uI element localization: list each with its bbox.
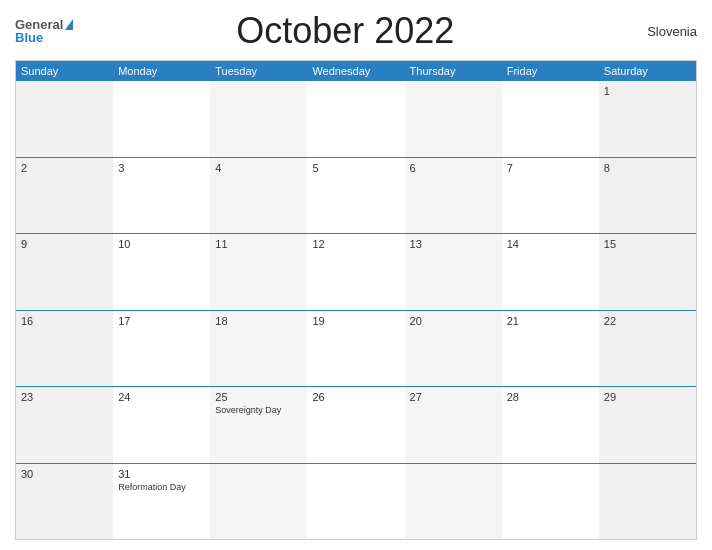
weeks-container: 1 2 3 4 5 6	[16, 81, 696, 539]
day-cell	[599, 464, 696, 540]
day-cell: 2	[16, 158, 113, 234]
day-cell: 1	[599, 81, 696, 157]
country-label: Slovenia	[617, 24, 697, 39]
day-cell	[405, 81, 502, 157]
day-headers-row: Sunday Monday Tuesday Wednesday Thursday…	[16, 61, 696, 81]
day-cell: 24	[113, 387, 210, 463]
day-cell: 20	[405, 311, 502, 387]
day-cell: 5	[307, 158, 404, 234]
day-cell: 26	[307, 387, 404, 463]
week-3: 9 10 11 12 13 14 15	[16, 233, 696, 310]
header-friday: Friday	[502, 61, 599, 81]
day-cell	[502, 464, 599, 540]
week-2: 2 3 4 5 6 7 8	[16, 157, 696, 234]
day-cell: 3	[113, 158, 210, 234]
day-cell: 30	[16, 464, 113, 540]
header-tuesday: Tuesday	[210, 61, 307, 81]
day-cell: 13	[405, 234, 502, 310]
day-cell	[16, 81, 113, 157]
day-cell: 17	[113, 311, 210, 387]
day-cell: 19	[307, 311, 404, 387]
day-cell	[210, 81, 307, 157]
day-cell: 25 Sovereignty Day	[210, 387, 307, 463]
logo: General Blue	[15, 18, 73, 44]
logo-triangle-icon	[65, 19, 73, 30]
day-cell: 8	[599, 158, 696, 234]
day-cell: 12	[307, 234, 404, 310]
day-cell: 18	[210, 311, 307, 387]
day-cell: 7	[502, 158, 599, 234]
day-cell	[307, 81, 404, 157]
day-cell: 21	[502, 311, 599, 387]
header-wednesday: Wednesday	[307, 61, 404, 81]
day-cell	[113, 81, 210, 157]
header-monday: Monday	[113, 61, 210, 81]
header-sunday: Sunday	[16, 61, 113, 81]
week-6: 30 31 Reformation Day	[16, 463, 696, 540]
week-5: 23 24 25 Sovereignty Day 26 27 28	[16, 386, 696, 463]
week-4: 16 17 18 19 20 21 22	[16, 310, 696, 387]
day-cell: 29	[599, 387, 696, 463]
day-cell: 28	[502, 387, 599, 463]
day-cell: 23	[16, 387, 113, 463]
day-cell: 9	[16, 234, 113, 310]
calendar-grid: Sunday Monday Tuesday Wednesday Thursday…	[15, 60, 697, 540]
day-cell	[210, 464, 307, 540]
day-cell: 10	[113, 234, 210, 310]
header: General Blue October 2022 Slovenia	[15, 10, 697, 52]
calendar-title: October 2022	[73, 10, 617, 52]
day-cell: 11	[210, 234, 307, 310]
calendar-page: General Blue October 2022 Slovenia Sunda…	[0, 0, 712, 550]
week-1: 1	[16, 81, 696, 157]
logo-blue-text: Blue	[15, 31, 73, 44]
day-cell: 4	[210, 158, 307, 234]
day-cell: 15	[599, 234, 696, 310]
day-cell: 31 Reformation Day	[113, 464, 210, 540]
day-cell: 27	[405, 387, 502, 463]
day-cell	[405, 464, 502, 540]
day-cell	[307, 464, 404, 540]
day-cell: 6	[405, 158, 502, 234]
day-cell	[502, 81, 599, 157]
header-thursday: Thursday	[405, 61, 502, 81]
day-cell: 14	[502, 234, 599, 310]
header-saturday: Saturday	[599, 61, 696, 81]
day-cell: 16	[16, 311, 113, 387]
day-cell: 22	[599, 311, 696, 387]
